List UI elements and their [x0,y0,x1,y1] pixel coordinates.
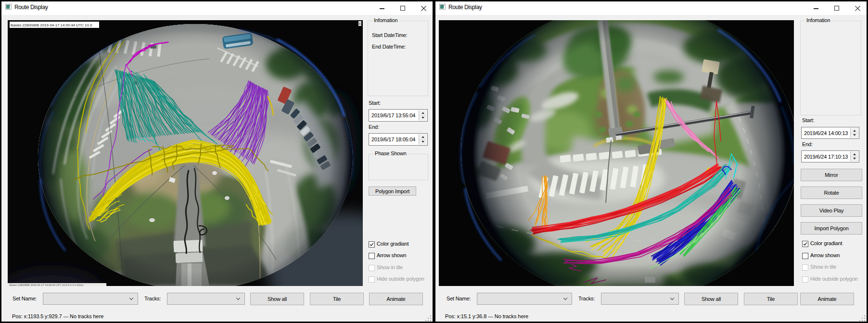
svg-text:Basler-22800896 2019-04-17 14: Basler-22800896 2019-04-17 14:00:44 UTC … [10,284,83,286]
svg-text:E: E [359,22,361,26]
svg-text:Basler-22800896 2019-04-17 14:: Basler-22800896 2019-04-17 14:00:44 UTC … [11,23,92,27]
